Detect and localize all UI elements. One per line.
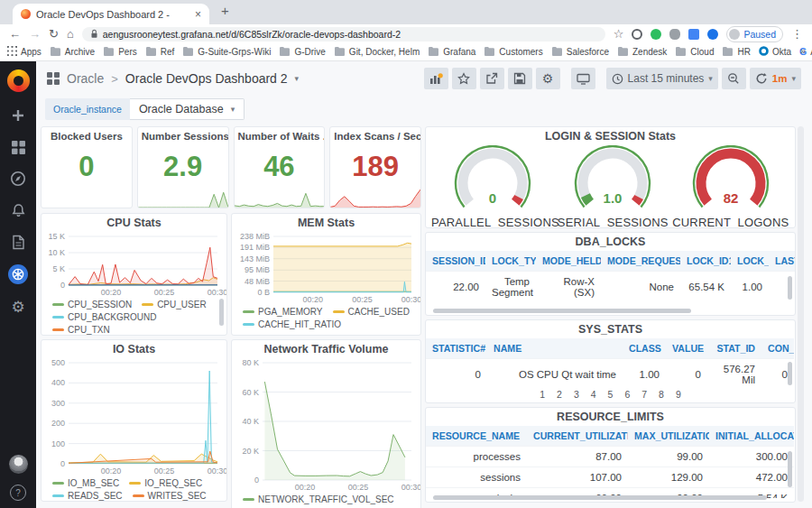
- bookmark-item[interactable]: Ref: [145, 46, 175, 58]
- page-number[interactable]: 4: [591, 389, 596, 400]
- refresh-button[interactable]: 1m ▾: [750, 68, 801, 89]
- tab-close-icon[interactable]: ×: [195, 8, 201, 21]
- legend-item[interactable]: CPU_TXN: [52, 325, 110, 335]
- legend-item[interactable]: READS_SEC: [52, 491, 123, 501]
- legend-item[interactable]: IO_REQ_SEC: [129, 478, 202, 488]
- column-header[interactable]: SESSION_ID: [426, 251, 485, 272]
- legend-scrollbar[interactable]: [219, 299, 224, 326]
- legend-item[interactable]: CPU_USER: [142, 300, 206, 309]
- column-header[interactable]: CURRENT_UTILIZATION: [527, 426, 628, 447]
- panel-title[interactable]: DBA_LOCKS: [426, 233, 795, 251]
- page-number[interactable]: 8: [659, 389, 664, 400]
- alerting-bell-icon[interactable]: [9, 201, 27, 219]
- bookmark-item[interactable]: HR: [722, 46, 750, 58]
- panel-title[interactable]: Network Traffic Volume: [232, 340, 420, 358]
- column-header[interactable]: MODE_HELD: [536, 251, 601, 272]
- column-header[interactable]: STAT_ID: [707, 338, 761, 359]
- back-icon[interactable]: ←: [9, 28, 21, 40]
- breadcrumb-dashboard-title[interactable]: Oracle DevOps Dashboard 2: [125, 71, 288, 86]
- share-button[interactable]: [480, 68, 504, 89]
- home-icon[interactable]: ⌂: [67, 28, 74, 40]
- column-header[interactable]: CON_ID: [761, 338, 794, 359]
- panel-title[interactable]: RESOURCE_LIMITS: [426, 408, 795, 426]
- column-header[interactable]: CLASS: [623, 338, 666, 359]
- blue-app-extension-icon[interactable]: [707, 29, 718, 40]
- panel-title[interactable]: Number of Waits ...: [235, 127, 325, 145]
- browser-tab[interactable]: Oracle DevOps Dashboard 2 - ×: [13, 4, 209, 24]
- new-tab-button[interactable]: +: [221, 3, 229, 18]
- legend-item[interactable]: CPU_BACKGROUND: [52, 312, 156, 322]
- column-header[interactable]: LOCK_ID1: [680, 251, 731, 272]
- page-number[interactable]: 3: [574, 389, 579, 400]
- extension-icon[interactable]: [632, 29, 642, 40]
- legend-item[interactable]: PGA_MEMORY: [243, 307, 323, 317]
- page-scrollbar[interactable]: [798, 126, 804, 502]
- address-bar[interactable]: aengusrooneytest.grafana.net/d/6C85slrZk…: [82, 27, 605, 42]
- column-header[interactable]: INITIAL_ALLOCATION: [709, 426, 794, 447]
- save-button[interactable]: [508, 68, 532, 89]
- vertical-scrollbar[interactable]: [788, 451, 792, 487]
- page-number[interactable]: 1: [540, 389, 545, 400]
- column-header[interactable]: LAST_CON: [769, 251, 795, 272]
- legend-item[interactable]: CACHE_USED: [333, 307, 410, 317]
- bookmark-item[interactable]: G-Drive: [279, 46, 325, 58]
- page-number[interactable]: 5: [608, 389, 614, 400]
- cycle-view-button[interactable]: [571, 68, 595, 89]
- reports-icon[interactable]: [9, 233, 27, 251]
- profile-paused-chip[interactable]: Paused: [726, 26, 783, 42]
- dashboard-caret-icon[interactable]: ▾: [295, 74, 300, 83]
- column-header[interactable]: RESOURCE_NAME: [426, 426, 527, 447]
- bookmark-item[interactable]: Archive: [50, 46, 95, 58]
- column-header[interactable]: VALUE: [666, 338, 707, 359]
- bookmark-item[interactable]: Apps: [7, 46, 42, 58]
- column-header[interactable]: MAX_UTILIZATION: [628, 426, 709, 447]
- time-range-picker[interactable]: Last 15 minutes ▾: [606, 68, 718, 89]
- panel-title[interactable]: CPU Stats: [42, 214, 226, 232]
- user-avatar[interactable]: [9, 455, 28, 474]
- bookmark-item[interactable]: Salesforce: [551, 46, 609, 58]
- translate-extension-icon[interactable]: [688, 29, 699, 40]
- bookmark-item[interactable]: Cloud: [675, 46, 714, 58]
- panel-title[interactable]: LOGIN & SESSION Stats: [426, 127, 795, 145]
- column-header[interactable]: STATISTIC#: [426, 338, 487, 359]
- add-icon[interactable]: [9, 106, 27, 125]
- bookmark-item[interactable]: Pers: [103, 46, 137, 58]
- star-dashboard-button[interactable]: [452, 68, 476, 89]
- breadcrumb-folder[interactable]: Oracle: [67, 71, 104, 86]
- column-header[interactable]: NAME: [487, 338, 623, 359]
- page-number[interactable]: 2: [557, 389, 562, 400]
- bookmark-item[interactable]: Git, Docker, Helm: [334, 46, 420, 58]
- panel-title[interactable]: Number Sessions...: [138, 127, 228, 145]
- legend-item[interactable]: CPU_SESSION: [52, 300, 132, 309]
- column-header[interactable]: LOCK_ID2: [731, 251, 769, 272]
- column-header[interactable]: MODE_REQUESTED: [601, 251, 680, 272]
- panel-title[interactable]: SYS_STATS: [426, 320, 795, 338]
- bookmark-star-icon[interactable]: ☆: [614, 28, 624, 40]
- chrome-menu-icon[interactable]: ⋮: [791, 28, 803, 40]
- horizontal-scrollbar[interactable]: [433, 309, 691, 313]
- legend-item[interactable]: CACHE_HIT_RATIO: [243, 319, 341, 329]
- legend-item[interactable]: NETWORK_TRAFFIC_VOL_SEC: [243, 494, 394, 504]
- bookmark-item[interactable]: Okta: [759, 46, 791, 58]
- horizontal-scrollbar[interactable]: [433, 495, 767, 500]
- panel-title[interactable]: Index Scans / Sec...: [330, 127, 420, 145]
- add-panel-button[interactable]: [424, 68, 448, 89]
- reload-icon[interactable]: ↻: [49, 28, 59, 40]
- settings-gear-icon[interactable]: ⚙: [9, 298, 27, 316]
- dashboard-settings-button[interactable]: ⚙: [536, 68, 560, 89]
- panel-title[interactable]: MEM Stats: [232, 214, 420, 232]
- panel-title[interactable]: IO Stats: [42, 340, 226, 358]
- bookmark-item[interactable]: Customers: [484, 46, 542, 58]
- vertical-scrollbar[interactable]: [788, 362, 792, 385]
- vertical-scrollbar[interactable]: [788, 276, 792, 300]
- explore-icon[interactable]: [9, 170, 27, 188]
- evernote-extension-icon[interactable]: [651, 29, 661, 40]
- page-number[interactable]: 7: [641, 389, 647, 400]
- bookmark-item[interactable]: Grafana: [428, 46, 475, 58]
- cloud-extension-icon[interactable]: [669, 29, 680, 40]
- bookmark-item[interactable]: G-Suite-Grps-Wiki: [182, 46, 271, 58]
- forward-icon[interactable]: →: [29, 28, 41, 40]
- bookmarks-overflow-icon[interactable]: »: [800, 45, 806, 56]
- page-number[interactable]: 6: [624, 389, 630, 400]
- variable-dropdown[interactable]: Oracle Database ▾: [130, 98, 245, 120]
